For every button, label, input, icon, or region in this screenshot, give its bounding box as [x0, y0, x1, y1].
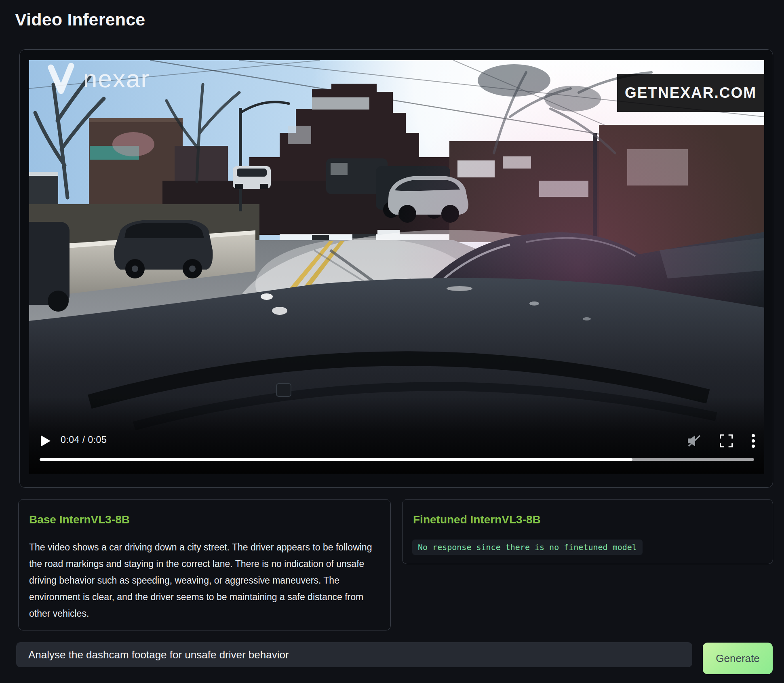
- play-icon[interactable]: [41, 435, 51, 447]
- kebab-menu-icon[interactable]: [751, 434, 755, 448]
- nexar-watermark: nexar: [46, 63, 150, 94]
- page-title: Video Inference: [15, 10, 145, 30]
- video-player[interactable]: nexar GETNEXAR.COM 0:04 / 0:05: [29, 60, 764, 474]
- progress-played: [40, 458, 632, 461]
- finetuned-model-panel: Finetuned InternVL3-8B No response since…: [402, 499, 773, 564]
- fullscreen-icon[interactable]: [720, 434, 733, 447]
- base-model-panel: Base InternVL3-8B The video shows a car …: [18, 499, 391, 630]
- base-model-title: Base InternVL3-8B: [29, 513, 130, 526]
- finetuned-model-response: No response since there is no finetuned …: [412, 540, 643, 555]
- video-controls-bar: [29, 397, 764, 474]
- getnexar-watermark-text: GETNEXAR.COM: [625, 84, 757, 101]
- base-model-response: The video shows a car driving down a cit…: [29, 539, 375, 622]
- finetuned-model-title: Finetuned InternVL3-8B: [413, 513, 541, 526]
- nexar-watermark-text: nexar: [83, 64, 150, 93]
- muted-volume-icon[interactable]: [687, 434, 701, 447]
- generate-button[interactable]: Generate: [703, 643, 773, 674]
- lead-vehicle: [233, 166, 271, 189]
- getnexar-watermark: GETNEXAR.COM: [617, 74, 764, 112]
- video-inference-app: Video Inference: [0, 0, 784, 683]
- nexar-logo-icon: [46, 63, 76, 94]
- video-progress-bar[interactable]: [40, 458, 754, 461]
- parked-car-far-left: [29, 222, 70, 312]
- prompt-input[interactable]: [16, 642, 692, 667]
- video-time: 0:04 / 0:05: [61, 434, 107, 445]
- video-panel: nexar GETNEXAR.COM 0:04 / 0:05: [19, 49, 773, 488]
